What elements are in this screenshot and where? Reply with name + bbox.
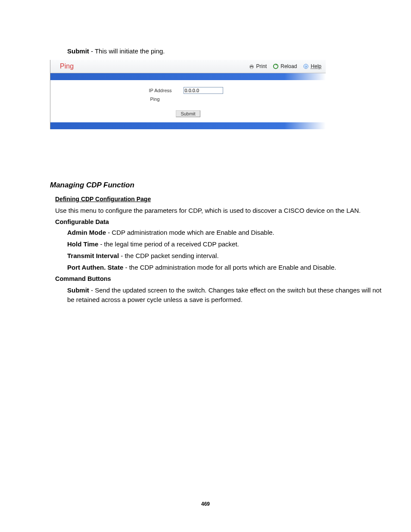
port-auth-text: - the CDP administration mode for all po… [123, 264, 336, 271]
reload-icon [273, 63, 279, 69]
print-label: Print [256, 63, 267, 69]
blue-separator-bottom [50, 122, 326, 129]
top-submit-bold: Submit [67, 47, 89, 55]
transmit-interval-line: Transmit Interval - the CDP packet sendi… [67, 252, 389, 259]
ip-address-input[interactable] [184, 87, 223, 94]
admin-mode-bold: Admin Mode [67, 229, 106, 236]
help-icon: ? [303, 63, 309, 69]
page-number: 469 [0, 501, 411, 507]
sub-heading: Defining CDP Configuration Page [55, 196, 389, 202]
port-auth-bold: Port Authen. State [67, 264, 123, 271]
blue-separator-top [50, 73, 326, 80]
svg-text:?: ? [305, 65, 307, 69]
section-heading: Managing CDP Function [50, 181, 389, 190]
transmit-bold: Transmit Interval [67, 252, 119, 259]
ip-row: IP Address [50, 87, 326, 94]
print-button[interactable]: Print [249, 63, 267, 69]
panel-header: Ping Print Reload ? [50, 60, 326, 73]
reload-label: Reload [280, 63, 297, 69]
hold-time-bold: Hold Time [67, 240, 98, 248]
ping-panel: Ping Print Reload ? [50, 60, 326, 129]
help-label: Help [311, 63, 321, 69]
configurable-data-label: Configurable Data [55, 218, 389, 225]
ip-label: IP Address [149, 88, 179, 93]
submit-row: Submit [50, 109, 326, 117]
cmd-submit-text: - Send the updated screen to the switch.… [67, 286, 381, 303]
panel-title: Ping [60, 62, 74, 70]
admin-mode-text: - CDP administration mode which are Enab… [106, 229, 274, 236]
intro-text: Use this menu to configure the parameter… [55, 207, 389, 214]
submit-button[interactable]: Submit [176, 110, 200, 117]
help-button[interactable]: ? Help [303, 63, 321, 69]
command-buttons-label: Command Buttons [55, 275, 389, 282]
svg-rect-2 [250, 67, 252, 69]
reload-button[interactable]: Reload [273, 63, 297, 69]
svg-rect-1 [250, 65, 252, 66]
panel-actions: Print Reload ? Help [249, 63, 321, 69]
top-submit-rest: - This will initiate the ping. [89, 47, 165, 55]
transmit-text: - the CDP packet sending interval. [119, 252, 219, 259]
admin-mode-line: Admin Mode - CDP administration mode whi… [67, 229, 389, 236]
ping-row: Ping [50, 96, 326, 102]
top-submit-note: Submit - This will initiate the ping. [67, 47, 389, 55]
print-icon [249, 63, 255, 69]
ping-label: Ping [150, 96, 181, 102]
cmd-submit-bold: Submit [67, 286, 89, 294]
panel-body: IP Address Ping Submit [50, 80, 326, 122]
cmd-submit-line: Submit - Send the updated screen to the … [67, 286, 389, 305]
hold-time-text: - the legal time period of a received CD… [98, 240, 239, 248]
port-authen-line: Port Authen. State - the CDP administrat… [67, 264, 389, 271]
hold-time-line: Hold Time - the legal time period of a r… [67, 240, 389, 248]
